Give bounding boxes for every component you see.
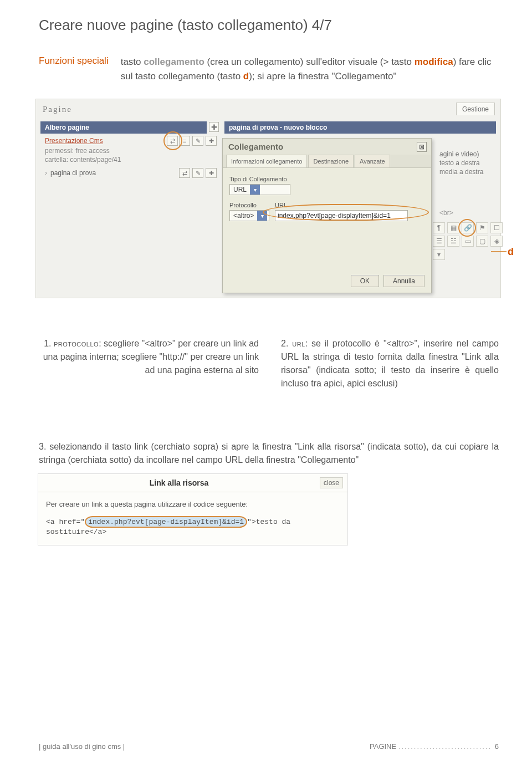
add-icon[interactable]: ✚ xyxy=(206,136,217,146)
tab-adv[interactable]: Avanzate xyxy=(355,155,390,167)
editor-icon[interactable]: ▦ xyxy=(447,222,459,233)
intro-mid1: (crea un collegamento) sull'editor visua… xyxy=(204,57,415,67)
dialog-title: Collegamento xyxy=(223,139,431,155)
shot2-body: Per creare un link a questa pagina utili… xyxy=(38,492,347,538)
prova-item[interactable]: pagina di prova xyxy=(45,169,96,177)
side-text: media a destra xyxy=(439,168,483,176)
pagine-label: Pagine xyxy=(43,105,72,114)
steps-row: 1. protocollo: scegliere "<altro>" per c… xyxy=(41,337,499,390)
add-icon[interactable]: ✚ xyxy=(209,122,219,132)
footer-left: | guida all'uso di gino cms | xyxy=(39,742,125,751)
close-icon[interactable]: ⊠ xyxy=(417,142,427,152)
step1-num: 1. xyxy=(44,339,54,348)
editor-icon[interactable]: ▢ xyxy=(476,236,488,247)
tipo-value: URL xyxy=(230,186,250,193)
footer-page: 6 xyxy=(495,742,499,751)
highlight-ring xyxy=(163,131,182,150)
step-3: 3. selezionando il tasto link (cerchiato… xyxy=(39,440,499,467)
link-icon[interactable]: ⇄ xyxy=(179,168,190,178)
close-button[interactable]: close xyxy=(320,477,343,488)
side-text: testo a destra xyxy=(439,159,480,167)
shot2-header: Link alla risorsa close xyxy=(38,474,347,492)
screenshot-main: Pagine Gestione Albero pagine ✚ pagina d… xyxy=(35,99,501,298)
page-title: Creare nuove pagine (tasto collegamento)… xyxy=(39,17,499,34)
gestione-tab[interactable]: Gestione xyxy=(456,103,495,115)
shot2-title: Link alla risorsa xyxy=(38,478,320,487)
screenshot-link-risorsa: Link alla risorsa close Per creare un li… xyxy=(38,473,348,545)
editor-icon[interactable]: ☐ xyxy=(490,222,503,233)
func-label: Funzioni speciali xyxy=(39,55,109,83)
d-marker: d xyxy=(508,246,514,258)
kw-d: d xyxy=(243,71,249,81)
code-line: <a href="index.php?evt[page-displayItem]… xyxy=(46,516,340,536)
step-2: 2. url: se il protocollo è "<altro>", in… xyxy=(281,337,499,390)
dialog-body: Tipo di Collegamento URL ▾ Protocollo <a… xyxy=(223,168,431,226)
editor-icon[interactable]: ▾ xyxy=(433,249,445,260)
highlight-ring xyxy=(458,219,476,237)
perm-text: permessi: free access xyxy=(45,147,110,155)
collegamento-dialog: Collegamento ⊠ Informazioni collegamento… xyxy=(222,138,432,293)
tipo-select[interactable]: URL ▾ xyxy=(229,184,290,195)
step2-txt: : se il protocollo è "<altro>", inserire… xyxy=(281,339,499,388)
edit-icon[interactable]: ✎ xyxy=(192,136,203,146)
marker-line xyxy=(491,251,507,252)
side-text: agini e video) xyxy=(439,150,479,158)
page-footer: | guida all'uso di gino cms | PAGINE ...… xyxy=(39,742,499,751)
code-highlight: index.php?evt[page-displayItem]&id=1 xyxy=(85,516,247,528)
proto-label: Protocollo xyxy=(229,202,269,208)
cancel-button[interactable]: Annulla xyxy=(383,275,424,287)
proto-value: <altro> xyxy=(230,212,257,220)
br-tag: <br> xyxy=(439,209,453,217)
main-header: pagina di prova - nuovo blocco xyxy=(224,121,496,134)
edit-icon[interactable]: ✎ xyxy=(192,168,203,178)
highlight-ellipse xyxy=(263,204,429,221)
cart-text: cartella: contents/page/41 xyxy=(45,156,121,164)
editor-icon[interactable]: ¶ xyxy=(433,222,445,233)
chevron-down-icon: ▾ xyxy=(250,185,260,195)
step-1: 1. protocollo: scegliere "<altro>" per c… xyxy=(41,337,259,390)
add-icon[interactable]: ✚ xyxy=(206,168,217,178)
ok-button[interactable]: OK xyxy=(351,275,379,287)
intro-pre: tasto xyxy=(121,57,144,67)
editor-icon[interactable]: ☳ xyxy=(447,236,459,247)
step1-sc: protocollo xyxy=(54,339,99,348)
footer-section: PAGINE xyxy=(370,742,396,751)
editor-icon[interactable]: ▭ xyxy=(462,236,474,247)
tipo-label: Tipo di Collegamento xyxy=(229,176,424,182)
editor-icon[interactable]: ⚑ xyxy=(476,222,488,233)
tab-dest[interactable]: Destinazione xyxy=(308,155,354,167)
step2-num: 2. xyxy=(281,339,292,348)
intro-post: ); si apre la finestra "Collegamento" xyxy=(249,71,396,81)
kw-modifica: modifica xyxy=(415,57,453,67)
kw-collegamento: collegamento xyxy=(144,57,204,67)
code-pre: <a href=" xyxy=(46,518,85,526)
step2-sc: url xyxy=(292,339,305,348)
dialog-tabs: Informazioni collegamento Destinazione A… xyxy=(223,155,431,168)
footer-right: PAGINE .............................. 6 xyxy=(370,742,499,751)
tab-info[interactable]: Informazioni collegamento xyxy=(226,155,307,167)
cms-link[interactable]: Presentazione Cms xyxy=(45,137,103,145)
footer-dots: .............................. xyxy=(398,742,495,751)
intro-row: Funzioni speciali tasto collegamento (cr… xyxy=(39,55,499,83)
intro-text: tasto collegamento (crea un collegamento… xyxy=(121,55,499,83)
shot2-desc: Per creare un link a questa pagina utili… xyxy=(46,500,340,508)
sidebar-header: Albero pagine xyxy=(40,121,207,134)
editor-icon[interactable]: ◈ xyxy=(490,236,503,247)
editor-icon[interactable]: ☰ xyxy=(433,236,445,247)
